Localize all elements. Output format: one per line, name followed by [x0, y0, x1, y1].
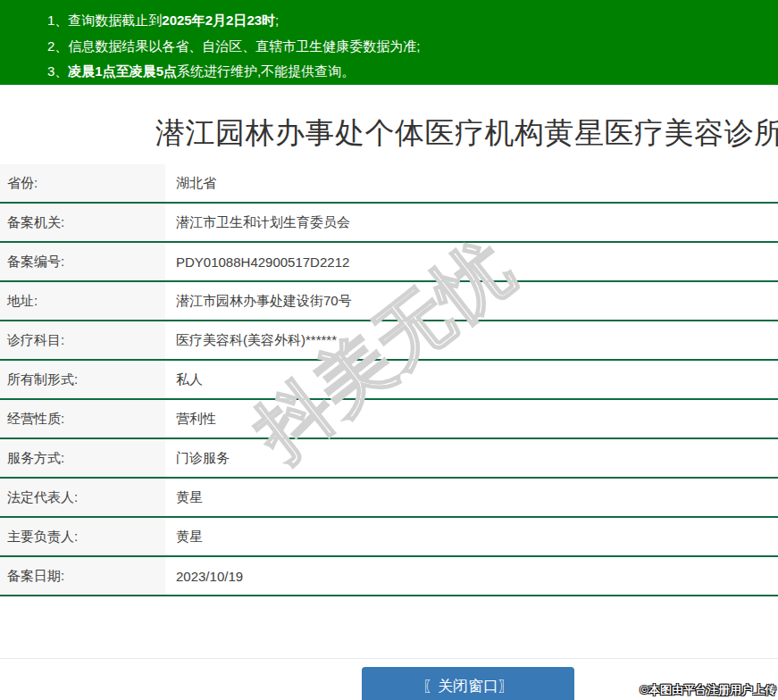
notice-number: 3、 — [47, 63, 68, 79]
table-row-province: 省份: 湖北省 — [0, 164, 778, 204]
row-value: 潜江市卫生和计划生育委员会 — [165, 204, 778, 241]
table-row-service-mode: 服务方式: 门诊服务 — [0, 439, 778, 479]
row-label: 经营性质: — [0, 400, 165, 438]
notice-text: 系统进行维护,不能提供查询。 — [177, 63, 355, 79]
row-value: 营利性 — [165, 400, 778, 438]
row-label: 备案编号: — [0, 243, 165, 280]
table-row-filing-date: 备案日期: 2023/10/19 — [0, 557, 778, 596]
notice-text: 查询数据截止到 — [68, 12, 162, 28]
table-row-legal-representative: 法定代表人: 黄星 — [0, 479, 778, 518]
row-value: 医疗美容科(美容外科)****** — [165, 321, 778, 359]
table-row-filing-authority: 备案机关: 潜江市卫生和计划生育委员会 — [0, 204, 778, 243]
institution-details-table: 省份: 湖北省 备案机关: 潜江市卫生和计划生育委员会 备案编号: PDY010… — [0, 164, 778, 596]
page-title: 潜江园林办事处个体医疗机构黄星医疗美容诊所 — [155, 113, 778, 154]
notice-bar: 1、查询数据截止到2025年2月2日23时; 2、信息数据结果以各省、自治区、直… — [0, 0, 778, 85]
table-row-filing-number: 备案编号: PDY01088H42900517D2212 — [0, 243, 778, 282]
row-label: 地址: — [0, 282, 165, 320]
row-value: 潜江市园林办事处建设街70号 — [165, 282, 778, 320]
row-label: 诊疗科目: — [0, 321, 165, 359]
row-label: 服务方式: — [0, 439, 165, 477]
row-label: 主要负责人: — [0, 518, 165, 555]
table-row-address: 地址: 潜江市园林办事处建设街70号 — [0, 282, 778, 321]
footer-divider — [0, 658, 778, 659]
row-label: 备案机关: — [0, 204, 165, 241]
notice-line-1: 1、查询数据截止到2025年2月2日23时; — [47, 8, 778, 34]
notice-text: ; — [275, 12, 279, 28]
notice-number: 2、 — [47, 38, 68, 54]
row-value: 黄星 — [165, 518, 778, 555]
notice-line-3: 3、凌晨1点至凌晨5点系统进行维护,不能提供查询。 — [47, 59, 778, 85]
row-value: 黄星 — [165, 479, 778, 516]
notice-text: 信息数据结果以各省、自治区、直辖市卫生健康委数据为准; — [68, 38, 420, 54]
table-row-medical-subjects: 诊疗科目: 医疗美容科(美容外科)****** — [0, 321, 778, 361]
notice-text-bold: 2025年2月2日23时 — [162, 12, 275, 28]
row-value: 门诊服务 — [165, 439, 778, 477]
table-row-principal: 主要负责人: 黄星 — [0, 518, 778, 557]
table-row-ownership: 所有制形式: 私人 — [0, 361, 778, 400]
row-value: 2023/10/19 — [165, 557, 778, 595]
row-value: 湖北省 — [165, 164, 778, 202]
row-label: 所有制形式: — [0, 361, 165, 398]
row-label: 备案日期: — [0, 557, 165, 595]
notice-line-2: 2、信息数据结果以各省、自治区、直辖市卫生健康委数据为准; — [47, 34, 778, 60]
notice-text-bold: 凌晨1点至凌晨5点 — [68, 63, 177, 79]
close-window-button[interactable]: 〖关闭窗口〗 — [362, 667, 574, 700]
copyright-label: ©本图由平台注册用户上传 — [640, 682, 776, 698]
table-row-business-nature: 经营性质: 营利性 — [0, 400, 778, 439]
notice-number: 1、 — [47, 12, 68, 28]
row-label: 法定代表人: — [0, 479, 165, 516]
row-value: 私人 — [165, 361, 778, 398]
row-label: 省份: — [0, 164, 165, 202]
row-value: PDY01088H42900517D2212 — [165, 243, 778, 280]
